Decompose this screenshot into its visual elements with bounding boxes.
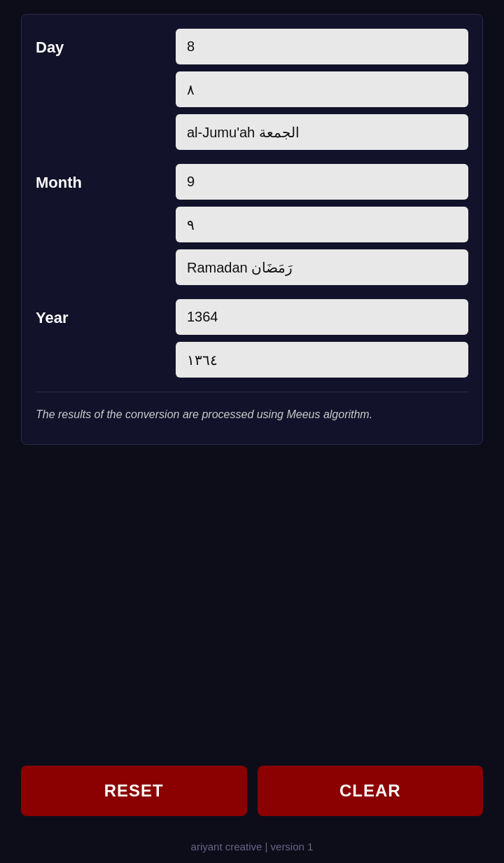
footer-text: ariyant creative | version 1 — [191, 841, 314, 852]
month-value-name[interactable] — [176, 249, 468, 285]
year-inputs — [176, 299, 468, 378]
clear-button[interactable]: CLEAR — [258, 766, 484, 816]
month-inputs — [176, 164, 468, 285]
day-inputs — [176, 29, 468, 150]
year-value-numeral[interactable] — [176, 299, 468, 335]
year-label: Year — [36, 299, 176, 327]
day-value-eastern[interactable] — [176, 71, 468, 107]
app-footer: ariyant creative | version 1 — [0, 830, 504, 863]
day-value-numeral[interactable] — [176, 29, 468, 64]
month-section: Month — [36, 164, 468, 285]
year-value-eastern[interactable] — [176, 342, 468, 378]
month-label: Month — [36, 164, 176, 192]
day-label: Day — [36, 29, 176, 57]
day-value-name[interactable] — [176, 114, 468, 150]
day-section: Day — [36, 29, 468, 150]
divider — [36, 392, 468, 392]
action-buttons: RESET CLEAR — [0, 752, 504, 830]
year-section: Year — [36, 299, 468, 378]
month-value-eastern[interactable] — [176, 207, 468, 242]
month-value-numeral[interactable] — [176, 164, 468, 200]
reset-button[interactable]: RESET — [21, 766, 247, 816]
disclaimer-text: The results of the conversion are proces… — [36, 406, 468, 423]
